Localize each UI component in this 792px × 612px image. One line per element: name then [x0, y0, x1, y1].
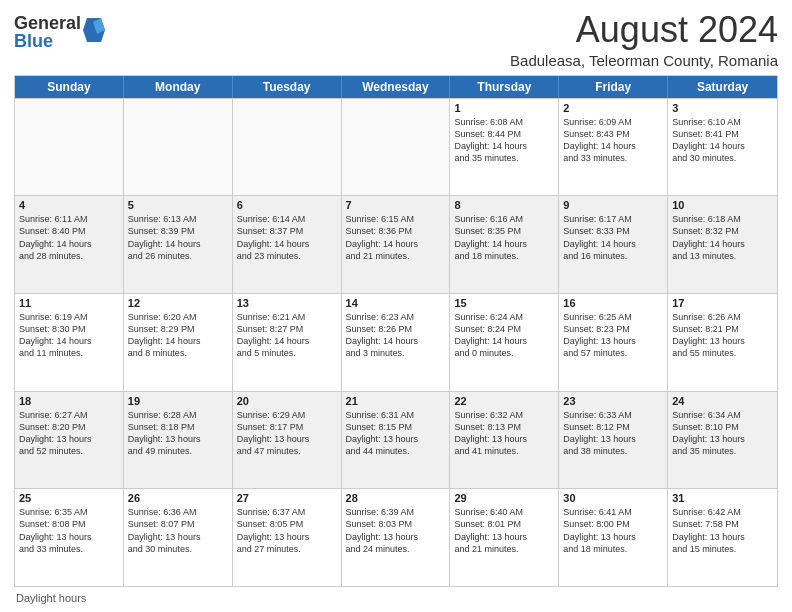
calendar-cell: 23Sunrise: 6:33 AM Sunset: 8:12 PM Dayli… [559, 392, 668, 489]
calendar-cell: 20Sunrise: 6:29 AM Sunset: 8:17 PM Dayli… [233, 392, 342, 489]
header-day-wednesday: Wednesday [342, 76, 451, 98]
day-number: 18 [19, 395, 119, 407]
cell-content: Sunrise: 6:19 AM Sunset: 8:30 PM Dayligh… [19, 311, 119, 360]
day-number: 16 [563, 297, 663, 309]
cell-content: Sunrise: 6:24 AM Sunset: 8:24 PM Dayligh… [454, 311, 554, 360]
day-number: 19 [128, 395, 228, 407]
cell-content: Sunrise: 6:18 AM Sunset: 8:32 PM Dayligh… [672, 213, 773, 262]
day-number: 8 [454, 199, 554, 211]
calendar-cell [233, 99, 342, 196]
calendar-cell: 8Sunrise: 6:16 AM Sunset: 8:35 PM Daylig… [450, 196, 559, 293]
calendar-cell: 6Sunrise: 6:14 AM Sunset: 8:37 PM Daylig… [233, 196, 342, 293]
calendar-cell: 16Sunrise: 6:25 AM Sunset: 8:23 PM Dayli… [559, 294, 668, 391]
cell-content: Sunrise: 6:25 AM Sunset: 8:23 PM Dayligh… [563, 311, 663, 360]
calendar-header: SundayMondayTuesdayWednesdayThursdayFrid… [15, 76, 777, 98]
calendar-cell: 4Sunrise: 6:11 AM Sunset: 8:40 PM Daylig… [15, 196, 124, 293]
day-number: 10 [672, 199, 773, 211]
logo: General Blue [14, 14, 105, 50]
calendar-cell: 24Sunrise: 6:34 AM Sunset: 8:10 PM Dayli… [668, 392, 777, 489]
header-day-sunday: Sunday [15, 76, 124, 98]
cell-content: Sunrise: 6:23 AM Sunset: 8:26 PM Dayligh… [346, 311, 446, 360]
calendar-cell: 29Sunrise: 6:40 AM Sunset: 8:01 PM Dayli… [450, 489, 559, 586]
day-number: 25 [19, 492, 119, 504]
logo-text: General Blue [14, 14, 81, 50]
day-number: 13 [237, 297, 337, 309]
day-number: 7 [346, 199, 446, 211]
day-number: 11 [19, 297, 119, 309]
footer: Daylight hours [14, 592, 778, 604]
header-day-thursday: Thursday [450, 76, 559, 98]
calendar: SundayMondayTuesdayWednesdayThursdayFrid… [14, 75, 778, 587]
subtitle: Baduleasa, Teleorman County, Romania [510, 52, 778, 69]
calendar-cell: 14Sunrise: 6:23 AM Sunset: 8:26 PM Dayli… [342, 294, 451, 391]
logo-icon [83, 16, 105, 44]
header-day-friday: Friday [559, 76, 668, 98]
day-number: 12 [128, 297, 228, 309]
calendar-cell: 9Sunrise: 6:17 AM Sunset: 8:33 PM Daylig… [559, 196, 668, 293]
day-number: 9 [563, 199, 663, 211]
calendar-cell [124, 99, 233, 196]
cell-content: Sunrise: 6:42 AM Sunset: 7:58 PM Dayligh… [672, 506, 773, 555]
calendar-cell [342, 99, 451, 196]
day-number: 20 [237, 395, 337, 407]
cell-content: Sunrise: 6:35 AM Sunset: 8:08 PM Dayligh… [19, 506, 119, 555]
cell-content: Sunrise: 6:31 AM Sunset: 8:15 PM Dayligh… [346, 409, 446, 458]
calendar-week-5: 25Sunrise: 6:35 AM Sunset: 8:08 PM Dayli… [15, 488, 777, 586]
calendar-week-3: 11Sunrise: 6:19 AM Sunset: 8:30 PM Dayli… [15, 293, 777, 391]
calendar-cell: 19Sunrise: 6:28 AM Sunset: 8:18 PM Dayli… [124, 392, 233, 489]
cell-content: Sunrise: 6:27 AM Sunset: 8:20 PM Dayligh… [19, 409, 119, 458]
calendar-cell: 3Sunrise: 6:10 AM Sunset: 8:41 PM Daylig… [668, 99, 777, 196]
header-day-saturday: Saturday [668, 76, 777, 98]
day-number: 15 [454, 297, 554, 309]
day-number: 3 [672, 102, 773, 114]
calendar-cell: 12Sunrise: 6:20 AM Sunset: 8:29 PM Dayli… [124, 294, 233, 391]
calendar-cell: 25Sunrise: 6:35 AM Sunset: 8:08 PM Dayli… [15, 489, 124, 586]
calendar-cell: 18Sunrise: 6:27 AM Sunset: 8:20 PM Dayli… [15, 392, 124, 489]
header-day-tuesday: Tuesday [233, 76, 342, 98]
calendar-body: 1Sunrise: 6:08 AM Sunset: 8:44 PM Daylig… [15, 98, 777, 586]
cell-content: Sunrise: 6:39 AM Sunset: 8:03 PM Dayligh… [346, 506, 446, 555]
header-row: General Blue August 2024 Baduleasa, Tele… [14, 10, 778, 69]
day-number: 17 [672, 297, 773, 309]
cell-content: Sunrise: 6:11 AM Sunset: 8:40 PM Dayligh… [19, 213, 119, 262]
day-number: 31 [672, 492, 773, 504]
title-block: August 2024 Baduleasa, Teleorman County,… [510, 10, 778, 69]
header-day-monday: Monday [124, 76, 233, 98]
day-number: 6 [237, 199, 337, 211]
cell-content: Sunrise: 6:09 AM Sunset: 8:43 PM Dayligh… [563, 116, 663, 165]
cell-content: Sunrise: 6:36 AM Sunset: 8:07 PM Dayligh… [128, 506, 228, 555]
day-number: 26 [128, 492, 228, 504]
cell-content: Sunrise: 6:34 AM Sunset: 8:10 PM Dayligh… [672, 409, 773, 458]
cell-content: Sunrise: 6:40 AM Sunset: 8:01 PM Dayligh… [454, 506, 554, 555]
cell-content: Sunrise: 6:14 AM Sunset: 8:37 PM Dayligh… [237, 213, 337, 262]
cell-content: Sunrise: 6:32 AM Sunset: 8:13 PM Dayligh… [454, 409, 554, 458]
calendar-week-4: 18Sunrise: 6:27 AM Sunset: 8:20 PM Dayli… [15, 391, 777, 489]
calendar-cell: 31Sunrise: 6:42 AM Sunset: 7:58 PM Dayli… [668, 489, 777, 586]
cell-content: Sunrise: 6:26 AM Sunset: 8:21 PM Dayligh… [672, 311, 773, 360]
day-number: 30 [563, 492, 663, 504]
day-number: 4 [19, 199, 119, 211]
day-number: 1 [454, 102, 554, 114]
day-number: 29 [454, 492, 554, 504]
calendar-cell: 21Sunrise: 6:31 AM Sunset: 8:15 PM Dayli… [342, 392, 451, 489]
calendar-cell [15, 99, 124, 196]
calendar-cell: 30Sunrise: 6:41 AM Sunset: 8:00 PM Dayli… [559, 489, 668, 586]
calendar-cell: 2Sunrise: 6:09 AM Sunset: 8:43 PM Daylig… [559, 99, 668, 196]
day-number: 24 [672, 395, 773, 407]
calendar-week-1: 1Sunrise: 6:08 AM Sunset: 8:44 PM Daylig… [15, 98, 777, 196]
calendar-cell: 7Sunrise: 6:15 AM Sunset: 8:36 PM Daylig… [342, 196, 451, 293]
cell-content: Sunrise: 6:21 AM Sunset: 8:27 PM Dayligh… [237, 311, 337, 360]
day-number: 2 [563, 102, 663, 114]
day-number: 23 [563, 395, 663, 407]
day-number: 5 [128, 199, 228, 211]
calendar-cell: 22Sunrise: 6:32 AM Sunset: 8:13 PM Dayli… [450, 392, 559, 489]
cell-content: Sunrise: 6:15 AM Sunset: 8:36 PM Dayligh… [346, 213, 446, 262]
cell-content: Sunrise: 6:37 AM Sunset: 8:05 PM Dayligh… [237, 506, 337, 555]
calendar-cell: 15Sunrise: 6:24 AM Sunset: 8:24 PM Dayli… [450, 294, 559, 391]
day-number: 14 [346, 297, 446, 309]
logo-blue: Blue [14, 32, 81, 50]
calendar-cell: 11Sunrise: 6:19 AM Sunset: 8:30 PM Dayli… [15, 294, 124, 391]
calendar-cell: 17Sunrise: 6:26 AM Sunset: 8:21 PM Dayli… [668, 294, 777, 391]
cell-content: Sunrise: 6:17 AM Sunset: 8:33 PM Dayligh… [563, 213, 663, 262]
calendar-cell: 5Sunrise: 6:13 AM Sunset: 8:39 PM Daylig… [124, 196, 233, 293]
